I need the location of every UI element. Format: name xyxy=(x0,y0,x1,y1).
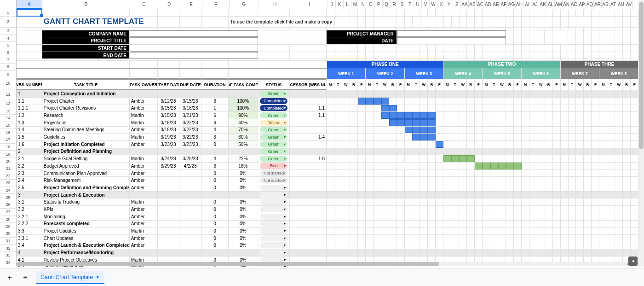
hdr-task[interactable]: TASK TITLE xyxy=(42,79,130,90)
gantt-cell[interactable] xyxy=(607,170,615,177)
cell[interactable] xyxy=(158,68,180,79)
gantt-cell[interactable] xyxy=(358,198,366,205)
cell-pct[interactable]: 22% xyxy=(229,155,258,162)
cell[interactable] xyxy=(584,59,592,60)
gantt-cell[interactable] xyxy=(514,155,522,162)
cell[interactable] xyxy=(615,30,623,37)
gantt-cell[interactable] xyxy=(405,148,413,155)
gantt-cell[interactable] xyxy=(522,98,529,105)
col-header-AO[interactable]: AO xyxy=(570,0,578,9)
gantt-cell[interactable] xyxy=(381,98,389,105)
cell[interactable] xyxy=(201,28,229,30)
gantt-cell[interactable] xyxy=(475,177,483,184)
day-hdr[interactable]: W xyxy=(537,79,545,90)
row-header-25[interactable]: 25 xyxy=(0,194,16,201)
cell-title[interactable]: Projections xyxy=(42,119,130,126)
gantt-cell[interactable] xyxy=(366,155,374,162)
cell-start[interactable] xyxy=(158,213,180,220)
gantt-cell[interactable] xyxy=(475,235,483,242)
gantt-cell[interactable] xyxy=(514,177,522,184)
gantt-cell[interactable] xyxy=(631,141,638,148)
cell[interactable] xyxy=(397,59,405,60)
gantt-cell[interactable] xyxy=(327,148,334,155)
hdr-pct[interactable]: PCT OF TASK COMPLETE xyxy=(229,79,258,90)
cell[interactable] xyxy=(529,30,537,37)
gantt-cell[interactable] xyxy=(498,112,506,119)
row-header-4[interactable]: 4 xyxy=(0,35,16,42)
cell[interactable] xyxy=(599,37,607,44)
gantt-cell[interactable] xyxy=(358,90,366,97)
cell[interactable] xyxy=(420,28,428,30)
cell[interactable] xyxy=(576,17,584,27)
cell[interactable] xyxy=(506,30,514,37)
gantt-cell[interactable] xyxy=(584,98,592,105)
col-header-AB[interactable]: AB xyxy=(469,0,477,9)
gantt-cell[interactable] xyxy=(381,213,389,220)
gantt-cell[interactable] xyxy=(545,134,553,140)
row-header-20[interactable]: 20 xyxy=(0,158,16,165)
cell[interactable] xyxy=(42,28,130,30)
gantt-cell[interactable] xyxy=(584,177,592,184)
gantt-cell[interactable] xyxy=(405,155,413,162)
cell-title[interactable]: Project Conception and Initiation xyxy=(42,90,130,97)
cell-pred[interactable] xyxy=(290,235,327,242)
col-header-X[interactable]: X xyxy=(437,0,445,9)
gantt-cell[interactable] xyxy=(576,213,584,220)
cell[interactable] xyxy=(290,9,327,16)
cell[interactable] xyxy=(592,52,599,59)
day-hdr[interactable]: R xyxy=(545,79,553,90)
gantt-cell[interactable] xyxy=(374,242,381,249)
cell-dur[interactable]: 0 xyxy=(201,177,229,184)
gantt-cell[interactable] xyxy=(397,163,405,169)
input-date[interactable] xyxy=(397,37,506,44)
gantt-cell[interactable] xyxy=(631,127,638,134)
gantt-cell[interactable] xyxy=(350,105,358,112)
cell[interactable] xyxy=(607,9,615,16)
day-hdr[interactable]: T xyxy=(412,79,420,90)
cell[interactable] xyxy=(334,59,342,60)
gantt-cell[interactable] xyxy=(545,221,553,228)
gantt-cell[interactable] xyxy=(576,134,584,140)
cell-dur[interactable] xyxy=(201,249,229,256)
cell[interactable] xyxy=(537,17,545,27)
cell-start[interactable] xyxy=(158,184,180,191)
gantt-cell[interactable] xyxy=(522,141,529,148)
cell[interactable] xyxy=(569,28,576,30)
gantt-cell[interactable] xyxy=(537,170,545,177)
cell[interactable] xyxy=(529,17,537,27)
cell[interactable] xyxy=(42,9,130,16)
cell[interactable] xyxy=(475,52,483,59)
gantt-cell[interactable] xyxy=(334,98,342,105)
gantt-cell[interactable] xyxy=(443,112,451,119)
day-hdr[interactable]: W xyxy=(498,79,506,90)
gantt-cell[interactable] xyxy=(420,148,428,155)
cell-owner[interactable]: Amber xyxy=(130,127,158,134)
gantt-cell[interactable] xyxy=(374,141,381,148)
cell[interactable] xyxy=(631,45,638,52)
row-header-6[interactable]: 6 xyxy=(0,49,16,57)
gantt-cell[interactable] xyxy=(342,198,350,205)
cell-pct[interactable]: 0% xyxy=(229,198,258,205)
cell[interactable] xyxy=(327,45,334,52)
col-header-AQ[interactable]: AQ xyxy=(586,0,594,9)
cell[interactable] xyxy=(467,52,475,59)
cell[interactable] xyxy=(334,28,342,30)
hdr-pred[interactable]: PREDECESSOR (WBS NUMBER) xyxy=(290,79,327,90)
cell-pct[interactable]: 0% xyxy=(229,242,258,249)
gantt-cell[interactable] xyxy=(459,98,467,105)
gantt-cell[interactable] xyxy=(428,170,436,177)
gantt-cell[interactable] xyxy=(389,98,397,105)
cell-start[interactable]: 3/19/23 xyxy=(158,134,180,140)
gantt-cell[interactable] xyxy=(569,141,576,148)
gantt-cell[interactable] xyxy=(631,249,638,256)
gantt-cell[interactable] xyxy=(537,206,545,213)
gantt-cell[interactable] xyxy=(334,213,342,220)
gantt-cell[interactable] xyxy=(428,127,436,134)
gantt-cell[interactable] xyxy=(443,221,451,228)
cell[interactable] xyxy=(475,28,483,30)
gantt-cell[interactable] xyxy=(381,177,389,184)
gantt-cell[interactable] xyxy=(412,163,420,169)
hdr-due[interactable]: DUE DATE xyxy=(179,79,201,90)
gantt-cell[interactable] xyxy=(358,105,366,112)
cell-start[interactable]: 3/15/23 xyxy=(158,105,180,112)
